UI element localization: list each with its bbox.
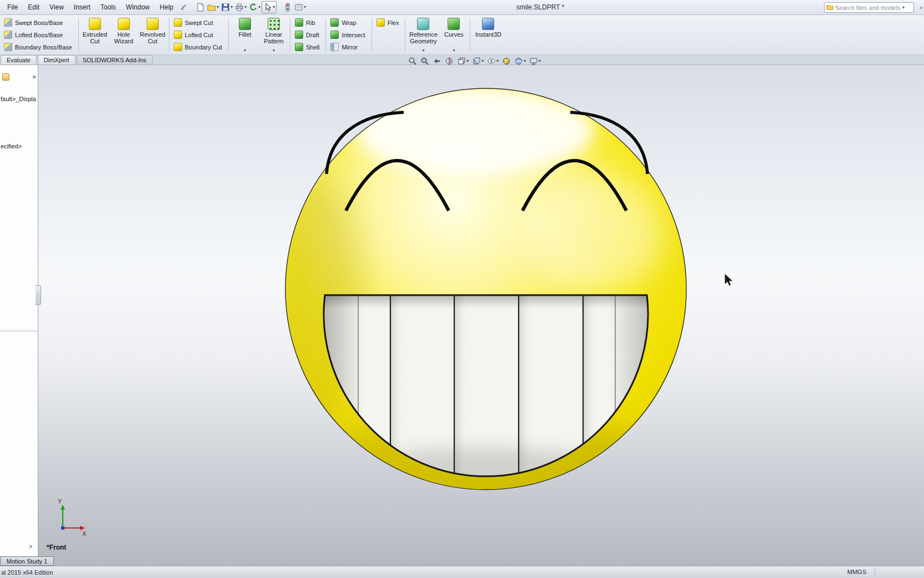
properties-dropdown-caret-icon[interactable]: ▾ bbox=[304, 5, 306, 9]
graphics-viewport[interactable]: Y X » fault>_Displa ecified> > ⋮ *Front bbox=[0, 65, 924, 566]
print-dropdown-caret-icon[interactable]: ▾ bbox=[244, 5, 247, 9]
material-item[interactable]: ecified> bbox=[1, 143, 22, 150]
linear-pattern-button[interactable]: Linear Pattern ▾ bbox=[259, 16, 288, 53]
section-view-icon[interactable] bbox=[444, 56, 455, 66]
apply-scene-icon[interactable]: ▾ bbox=[513, 56, 527, 66]
smiley-part-model[interactable]: Y X bbox=[0, 65, 924, 566]
panel-scroll-arrow-icon[interactable]: > bbox=[29, 543, 32, 550]
status-units-selector[interactable]: MMGS bbox=[847, 569, 866, 575]
menu-help[interactable]: Help bbox=[155, 1, 179, 13]
boundary-cut-label: Boundary Cut bbox=[185, 44, 222, 51]
window-title: smile.SLDPRT * bbox=[516, 3, 564, 11]
search-scope-caret-icon[interactable]: ▾ bbox=[902, 6, 905, 10]
display-style-icon[interactable]: ▾ bbox=[471, 56, 485, 66]
open-button[interactable]: ▾ bbox=[206, 2, 220, 13]
instant3d-button[interactable]: Instant3D bbox=[472, 16, 504, 53]
edit-appearance-icon[interactable] bbox=[501, 56, 512, 66]
zoom-area-icon[interactable] bbox=[419, 56, 430, 66]
save-button[interactable]: ▾ bbox=[220, 2, 234, 13]
search-box[interactable]: ▾ bbox=[824, 2, 914, 13]
view-orientation-caret-icon[interactable]: ▾ bbox=[466, 59, 469, 63]
tab-evaluate[interactable]: Evaluate bbox=[1, 55, 37, 64]
menu-file[interactable]: File bbox=[2, 1, 23, 13]
rib-label: Rib bbox=[306, 19, 315, 26]
rib-button[interactable]: Rib bbox=[293, 17, 323, 28]
hide-show-items-icon[interactable]: ▾ bbox=[486, 56, 500, 66]
panel-splitter-handle[interactable]: ⋮ bbox=[36, 285, 41, 305]
fillet-icon bbox=[239, 18, 251, 30]
curves-button[interactable]: Curves ▾ bbox=[439, 16, 468, 53]
draft-label: Draft bbox=[306, 32, 319, 38]
boundary-cut-icon bbox=[174, 43, 182, 51]
draft-icon bbox=[295, 31, 303, 39]
motion-study-tab[interactable]: Motion Study 1 bbox=[0, 556, 54, 566]
reference-geometry-dropdown-caret-icon[interactable]: ▾ bbox=[422, 48, 424, 53]
select-dropdown-caret-icon[interactable]: ▾ bbox=[273, 5, 275, 9]
view-orientation-icon[interactable]: ▾ bbox=[456, 56, 470, 66]
lofted-boss-base-button[interactable]: Lofted Boss/Base bbox=[2, 29, 76, 41]
boundary-cut-button[interactable]: Boundary Cut bbox=[172, 41, 225, 53]
shell-button[interactable]: Shell bbox=[293, 41, 323, 53]
solidworks-window: File Edit View Insert Tools Window Help … bbox=[0, 0, 924, 578]
reference-geometry-button[interactable]: Reference Geometry ▾ bbox=[407, 16, 439, 53]
tab-dimxpert[interactable]: DimXpert bbox=[38, 55, 76, 64]
undo-button[interactable]: ▾ bbox=[248, 2, 262, 13]
intersect-icon bbox=[330, 31, 339, 39]
lofted-cut-button[interactable]: Lofted Cut bbox=[172, 29, 225, 41]
display-style-caret-icon[interactable]: ▾ bbox=[481, 59, 484, 63]
rib-icon bbox=[295, 18, 303, 27]
select-tool-button[interactable]: ▾ bbox=[262, 1, 277, 13]
flex-button[interactable]: Flex bbox=[375, 17, 403, 28]
fillet-dropdown-caret-icon[interactable]: ▾ bbox=[244, 48, 246, 53]
wrap-label: Wrap bbox=[342, 19, 356, 26]
intersect-button[interactable]: Intersect bbox=[329, 29, 368, 41]
swept-cut-button[interactable]: Swept Cut bbox=[172, 17, 225, 28]
curves-dropdown-caret-icon[interactable]: ▾ bbox=[453, 48, 455, 53]
new-document-button[interactable] bbox=[195, 2, 206, 13]
revolved-cut-button[interactable]: Revolved Cut bbox=[138, 16, 167, 53]
wrap-button[interactable]: Wrap bbox=[329, 17, 368, 28]
cut-stack-group: Swept Cut Lofted Cut Boundary Cut bbox=[171, 16, 227, 53]
previous-view-icon[interactable] bbox=[431, 56, 443, 66]
draft-button[interactable]: Draft bbox=[293, 29, 323, 41]
search-input[interactable] bbox=[835, 4, 901, 11]
file-properties-button[interactable]: ▾ bbox=[293, 2, 307, 13]
extruded-cut-button[interactable]: Extruded Cut bbox=[81, 16, 109, 53]
menu-tools[interactable]: Tools bbox=[96, 1, 121, 13]
revolved-cut-icon bbox=[147, 18, 159, 30]
menu-insert[interactable]: Insert bbox=[69, 1, 96, 13]
curves-label: Curves bbox=[444, 31, 464, 38]
print-button[interactable]: ▾ bbox=[234, 2, 248, 13]
mirror-button[interactable]: Mirror bbox=[329, 41, 368, 53]
reference-geometry-label: Reference Geometry bbox=[408, 31, 439, 44]
panel-expand-chevron-icon[interactable]: » bbox=[32, 73, 36, 81]
triad-y-label: Y bbox=[58, 498, 62, 505]
feature-manager-panel[interactable]: » fault>_Displa ecified> > bbox=[0, 65, 38, 556]
instant3d-label: Instant3D bbox=[475, 31, 501, 38]
undo-dropdown-caret-icon[interactable]: ▾ bbox=[258, 5, 260, 9]
toolbar-overflow-chevron-icon[interactable]: » bbox=[920, 4, 923, 11]
linear-pattern-dropdown-caret-icon[interactable]: ▾ bbox=[273, 48, 275, 53]
view-settings-caret-icon[interactable]: ▾ bbox=[539, 59, 541, 63]
wrap-icon bbox=[330, 18, 339, 27]
view-settings-icon[interactable]: ▾ bbox=[528, 56, 542, 66]
hide-show-items-caret-icon[interactable]: ▾ bbox=[496, 59, 499, 63]
tab-solidworks-add-ins[interactable]: SOLIDWORKS Add-Ins bbox=[77, 55, 153, 64]
rebuild-button[interactable] bbox=[282, 2, 293, 13]
menu-window[interactable]: Window bbox=[121, 1, 155, 13]
apply-scene-caret-icon[interactable]: ▾ bbox=[524, 59, 526, 63]
swept-boss-base-button[interactable]: Swept Boss/Base bbox=[2, 17, 76, 28]
rib-draft-shell-group: Rib Draft Shell bbox=[292, 16, 324, 53]
menu-view[interactable]: View bbox=[44, 1, 69, 13]
boundary-boss-base-button[interactable]: Boundary Boss/Base bbox=[2, 41, 76, 53]
lofted-cut-icon bbox=[174, 31, 182, 39]
hole-wizard-button[interactable]: Hole Wizard bbox=[109, 16, 138, 53]
save-dropdown-caret-icon[interactable]: ▾ bbox=[230, 5, 233, 9]
swept-boss-base-icon bbox=[4, 18, 12, 27]
lofted-boss-base-label: Lofted Boss/Base bbox=[15, 32, 63, 38]
menu-edit[interactable]: Edit bbox=[23, 1, 44, 13]
fillet-button[interactable]: Fillet ▾ bbox=[230, 16, 259, 53]
zoom-fit-icon[interactable] bbox=[407, 56, 418, 66]
open-dropdown-caret-icon[interactable]: ▾ bbox=[217, 5, 219, 9]
display-state-item[interactable]: fault>_Displa bbox=[1, 96, 36, 102]
